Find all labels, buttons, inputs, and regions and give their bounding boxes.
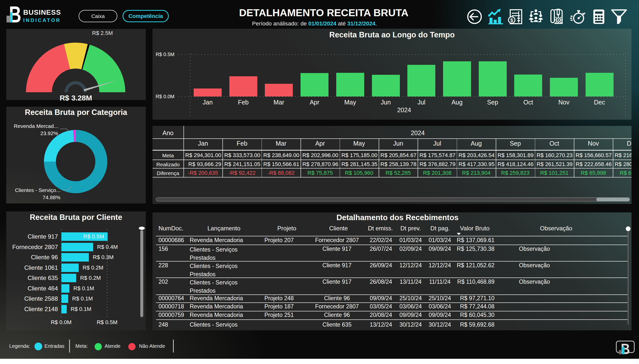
svg-text:BUSINESS: BUSINESS	[23, 8, 61, 16]
svg-text:$: $	[510, 18, 513, 23]
svg-text:INDICATOR: INDICATOR	[23, 18, 61, 23]
